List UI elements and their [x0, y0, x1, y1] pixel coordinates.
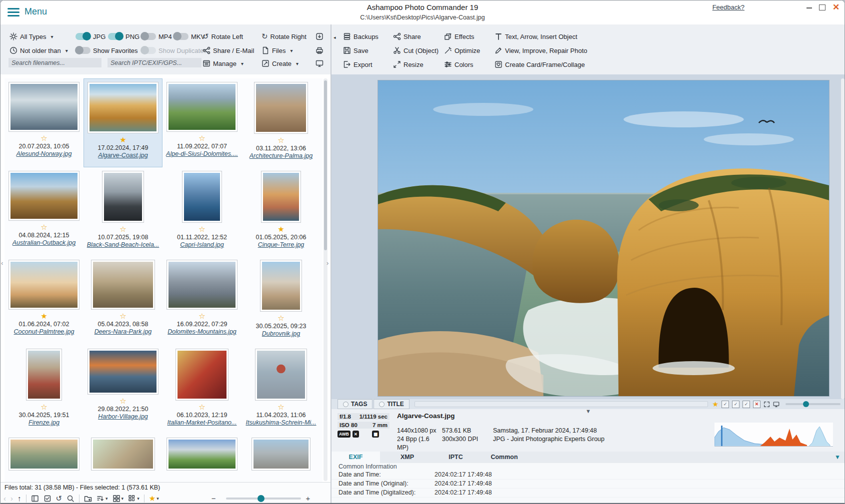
expand-left-panel-chevron[interactable]: › [326, 259, 328, 267]
favorite-star-icon[interactable] [198, 312, 205, 320]
nav-forward-button[interactable]: › [10, 493, 13, 504]
thumbnail-alesund-norway[interactable]: 20.07.2023, 10:05 Alesund-Norway.jpg [4, 78, 84, 167]
favorite-star-icon[interactable] [120, 225, 126, 233]
favorite-star-icon[interactable] [278, 136, 284, 144]
tab-common[interactable]: Common [483, 452, 526, 463]
thumbnail-deers-nara-park[interactable]: 05.04.2023, 08:58 Deers-Nara-Park.jpg [84, 256, 162, 345]
favorite-star-icon[interactable] [40, 403, 47, 411]
thumbnail-harbor-village[interactable]: 29.08.2022, 21:50 Harbor-Village.jpg [84, 345, 162, 434]
zoom-in-button[interactable]: + [306, 493, 310, 504]
viewer-scrollbar[interactable] [841, 78, 844, 399]
thumbnail-black-sand-beach[interactable]: 10.07.2025, 19:08 Black-Sand-Beach-Icela… [84, 167, 162, 256]
thumbnail-dolomites-mountains[interactable]: 16.09.2022, 07:29 Dolomites-Mountains.jp… [162, 256, 242, 345]
mp4-filter-toggle[interactable]: MP4 [141, 30, 172, 42]
thumbnail-dubrovnik[interactable]: 30.05.2025, 09:23 Dubrovnik.jpg [242, 256, 320, 345]
fullscreen-button[interactable] [764, 401, 770, 408]
refresh-button[interactable]: ↺ [56, 493, 62, 504]
favorite-star-icon[interactable] [278, 225, 284, 233]
favorite-star-icon[interactable] [40, 312, 47, 320]
print-button[interactable] [316, 44, 324, 56]
thumbnail-filename[interactable]: Black-Sand-Beach-Icela... [87, 241, 160, 248]
create-dropdown[interactable]: Create [262, 57, 298, 69]
thumbnail-partial-4[interactable] [242, 434, 320, 482]
not-older-than-dropdown[interactable]: Not older than [10, 44, 68, 56]
nav-back-button[interactable]: ‹ [4, 493, 6, 504]
colors-button[interactable]: Colors [444, 58, 474, 70]
thumbnail-filename[interactable]: Architecture-Palma.jpg [250, 152, 312, 159]
minimize-button[interactable] [804, 3, 814, 11]
tab-tags[interactable]: TAGS [338, 399, 372, 409]
thumbnail-alpe-di-siusi[interactable]: 11.09.2022, 07:07 Alpe-di-Siusi-Dolomite… [162, 78, 242, 167]
discard-toggle-button[interactable]: ✕ [753, 401, 760, 408]
favorite-star-icon[interactable] [40, 223, 47, 231]
zoom-out-button[interactable]: − [212, 493, 216, 504]
thumbnail-italian-market-positano[interactable]: 06.10.2023, 12:19 Italian-Market-Positan… [162, 345, 242, 434]
selection-mode-button[interactable] [44, 495, 52, 503]
scrollbar-thumb[interactable] [324, 80, 327, 250]
mkv-filter-toggle[interactable]: MKV [174, 30, 205, 42]
search-button[interactable] [66, 495, 74, 503]
manage-dropdown[interactable]: Manage [202, 57, 244, 69]
favorites-filter-button[interactable]: ★ [149, 493, 159, 504]
rotate-left-button[interactable]: ↺ Rotate Left [202, 30, 243, 42]
folder-up-button[interactable]: ↑ [18, 493, 22, 504]
share-button[interactable]: Share [393, 30, 421, 42]
thumbnail-partial-2[interactable] [84, 434, 162, 482]
thumbnail-partial-3[interactable] [162, 434, 242, 482]
close-button[interactable]: ✕ [832, 3, 840, 11]
thumbnail-filename[interactable]: Dolomites-Mountains.jpg [168, 328, 236, 335]
thumbnail-filename[interactable]: Deers-Nara-Park.jpg [94, 328, 152, 335]
thumbnail-layout-button[interactable] [128, 493, 140, 504]
thumbnail-partial-1[interactable] [4, 434, 84, 482]
show-favorites-toggle[interactable]: Show Favorites [76, 44, 138, 56]
thumbnail-filename[interactable]: Australian-Outback.jpg [12, 239, 76, 246]
slider-knob[interactable] [258, 495, 264, 502]
thumbnail-filename[interactable]: Harbor-Village.jpg [98, 413, 148, 420]
favorite-star-icon[interactable] [40, 134, 47, 142]
favorite-star-icon[interactable] [198, 403, 205, 411]
tab-title[interactable]: TITLE [374, 399, 409, 409]
view-mode-button[interactable] [112, 493, 124, 504]
thumbnail-filename[interactable]: Dubrovnik.jpg [262, 330, 300, 337]
tab-iptc[interactable]: IPTC [434, 452, 477, 463]
file-type-filter-dropdown[interactable]: All Types [10, 30, 54, 42]
tab-exif[interactable]: EXIF [332, 452, 380, 463]
favorite-star-icon[interactable] [120, 312, 126, 320]
thumbnail-filename[interactable]: Italian-Market-Positano... [168, 419, 237, 426]
resize-button[interactable]: Resize [393, 58, 424, 70]
thumbnail-filename[interactable]: Coconut-Palmtree.jpg [14, 328, 74, 335]
new-folder-button[interactable] [84, 495, 92, 503]
thumbnail-algarve-coast[interactable]: 17.02.2024, 17:49 Algarve-Coast.jpg [84, 78, 162, 167]
collapse-left-panel-chevron[interactable]: ‹ [1, 259, 3, 267]
thumbnail-coconut-palmtree[interactable]: 01.06.2024, 07:02 Coconut-Palmtree.jpg [4, 256, 84, 345]
search-iptc-exif-gps-input[interactable] [108, 58, 202, 67]
png-filter-toggle[interactable]: PNG [108, 30, 140, 42]
favorite-star-icon[interactable] [198, 225, 205, 233]
thumbnail-filename[interactable]: Alpe-di-Siusi-Dolomites.... [166, 150, 238, 157]
cut-object-button[interactable]: Cut (Object) [393, 44, 438, 56]
thumbnail-itsukushima-schrein[interactable]: 11.04.2023, 11:06 Itsukushima-Schrein-Mi… [242, 345, 320, 434]
thumbnail-scrollbar[interactable] [324, 78, 328, 481]
preview-pane-toggle-button[interactable] [31, 495, 39, 503]
thumbnail-filename[interactable]: Capri-Island.jpg [180, 241, 224, 248]
effects-button[interactable]: Effects [444, 30, 474, 42]
export-button[interactable]: Export [343, 58, 372, 70]
create-card-frame-collage-button[interactable]: Create Card/Frame/Collage [494, 58, 585, 70]
preview-zoom-slider[interactable] [786, 403, 840, 405]
tab-xmp[interactable]: XMP [386, 452, 428, 463]
thumbnail-filename[interactable]: Cinque-Terre.jpg [258, 241, 304, 248]
thumbnail-filename[interactable]: Algarve-Coast.jpg [98, 152, 148, 159]
photo-viewer[interactable] [332, 74, 845, 399]
favorite-star-icon[interactable] [278, 403, 284, 411]
favorite-star-icon[interactable] [278, 314, 284, 322]
search-filenames-input[interactable] [8, 58, 102, 67]
maximize-button[interactable] [818, 3, 826, 11]
metadata-collapse-chevron[interactable]: ▼ [834, 452, 840, 463]
thumbnail-filename[interactable]: Alesund-Norway.jpg [16, 150, 72, 157]
feedback-link[interactable]: Feedback? [712, 3, 744, 11]
files-dropdown[interactable]: Files [262, 44, 292, 56]
show-histogram-toggle-button[interactable]: ✓ [732, 401, 740, 408]
thumbnail-filename[interactable]: Firenze.jpg [28, 419, 60, 426]
show-exif-toggle-button[interactable]: ✓ [742, 401, 750, 408]
auto-rotate-toggle-button[interactable]: ✓ [722, 401, 729, 408]
